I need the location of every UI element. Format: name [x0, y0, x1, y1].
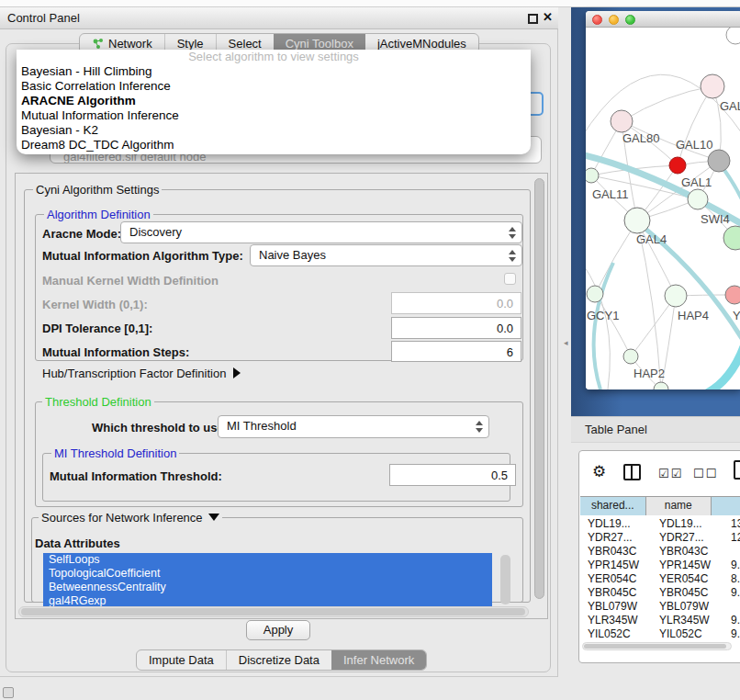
- network-node-gal4[interactable]: [624, 208, 650, 233]
- table-cell: YDR27...: [580, 531, 652, 545]
- tab-discretize-data[interactable]: Discretize Data: [226, 650, 331, 670]
- float-window-icon[interactable]: [528, 14, 538, 24]
- collapsed-arrow-icon: [233, 367, 241, 378]
- minimize-traffic-light-icon[interactable]: [609, 15, 619, 25]
- kernel-width-input[interactable]: 0.0: [391, 292, 521, 314]
- network-node[interactable]: [669, 157, 686, 174]
- node-label: GAL80: [622, 131, 659, 145]
- table-cell: YBR045C: [580, 586, 652, 600]
- dpi-tolerance-label: DPI Tolerance [0,1]:: [42, 322, 152, 335]
- mi-type-combo[interactable]: Naive Bayes: [250, 244, 522, 266]
- table-row[interactable]: YBL079WYBL079W: [579, 600, 740, 614]
- table-cell: 9.: [723, 614, 740, 627]
- aracne-mode-combo[interactable]: Discovery: [120, 221, 522, 243]
- cyni-algorithm-settings-title: Cyni Algorithm Settings: [33, 183, 162, 197]
- table-cell: YDR27...: [652, 531, 723, 545]
- network-node-gcy1[interactable]: [587, 286, 603, 302]
- apply-button[interactable]: Apply: [246, 620, 310, 640]
- table-cell: [723, 600, 740, 614]
- threshold-definition-title: Threshold Definition: [42, 395, 154, 409]
- network-canvas[interactable]: GALGAL80GAL10GAL1GAL11SWI4GAL4GCY1HAP4YH…: [586, 28, 740, 390]
- table-cell: YLR345W: [580, 614, 652, 627]
- check-all-icon[interactable]: ☑☑: [658, 467, 683, 480]
- zoom-traffic-light-icon[interactable]: [625, 15, 635, 25]
- table-cell: YDL19...: [652, 517, 723, 531]
- network-node-hap2[interactable]: [623, 349, 638, 364]
- splitter-handle[interactable]: ◂: [564, 338, 568, 347]
- split-pane-icon[interactable]: [623, 464, 641, 480]
- table-cell: YER054C: [580, 572, 652, 586]
- document-icon[interactable]: [734, 460, 740, 480]
- dpi-tolerance-input[interactable]: 0.0: [391, 317, 521, 339]
- network-node-swi4[interactable]: [723, 226, 740, 250]
- algorithm-dropdown-placeholder: Select algorithm to view settings: [17, 50, 531, 64]
- column-header[interactable]: name: [646, 497, 712, 515]
- network-node-gal10[interactable]: [708, 150, 730, 172]
- tab-infer-network[interactable]: Infer Network: [331, 650, 426, 670]
- network-window-titlebar[interactable]: [586, 11, 740, 28]
- algorithm-option[interactable]: ARACNE Algorithm: [17, 94, 531, 108]
- algorithm-option[interactable]: Bayesian - K2: [17, 123, 531, 138]
- table-row[interactable]: YPR145WYPR145W9.: [579, 559, 740, 572]
- network-node-gal[interactable]: [701, 74, 724, 98]
- table-row[interactable]: YLR345WYLR345W9.: [579, 614, 740, 627]
- algorithm-option[interactable]: Mutual Information Inference: [17, 108, 531, 123]
- table-row[interactable]: YER054CYER054C8.: [579, 572, 740, 586]
- close-traffic-light-icon[interactable]: [592, 15, 602, 25]
- settings-vertical-scrollbar[interactable]: [534, 178, 544, 599]
- attributes-list-scrollbar[interactable]: [500, 555, 510, 604]
- network-node[interactable]: [726, 28, 740, 44]
- mi-steps-input[interactable]: 6: [391, 341, 521, 362]
- table-cell: 12: [723, 531, 740, 545]
- sources-group-title-text: Sources for Network Inference: [41, 511, 203, 525]
- manual-kernel-checkbox[interactable]: [504, 273, 516, 285]
- node-label: HAP2: [633, 367, 665, 380]
- node-label: HAP4: [678, 309, 709, 322]
- network-node-gal1[interactable]: [688, 189, 708, 209]
- kernel-width-value: 0.0: [497, 297, 513, 310]
- network-node-gal11[interactable]: [586, 168, 599, 183]
- algorithm-option[interactable]: Basic Correlation Inference: [17, 79, 531, 94]
- network-node[interactable]: [654, 382, 668, 390]
- column-header[interactable]: [712, 497, 740, 515]
- table-row[interactable]: YDL19...YDL19...13: [579, 517, 740, 531]
- mi-threshold-input[interactable]: 0.5: [389, 464, 516, 486]
- hub-definition-expander[interactable]: Hub/Transcription Factor Definition: [42, 367, 241, 380]
- column-header[interactable]: shared...: [580, 497, 646, 515]
- close-icon[interactable]: ✕: [543, 10, 553, 24]
- table-horizontal-scrollbar[interactable]: [582, 642, 732, 650]
- network-node-y[interactable]: [725, 286, 740, 304]
- sources-group-title[interactable]: Sources for Network Inference: [39, 511, 222, 525]
- attribute-item[interactable]: TopologicalCoefficient: [43, 567, 492, 581]
- data-attributes-label: Data Attributes: [35, 536, 120, 550]
- network-node-hap4[interactable]: [665, 285, 687, 307]
- data-attributes-list[interactable]: SelfLoopsTopologicalCoefficientBetweenne…: [43, 553, 492, 609]
- minimized-panel-icon[interactable]: [3, 687, 14, 698]
- algorithm-dropdown-items: Bayesian - Hill ClimbingBasic Correlatio…: [17, 64, 531, 152]
- uncheck-all-icon[interactable]: ☐☐: [693, 467, 718, 480]
- tab-label: Infer Network: [343, 650, 414, 670]
- table-row[interactable]: YBR045CYBR045C9.: [579, 586, 740, 600]
- gear-icon[interactable]: ⚙: [592, 462, 606, 481]
- network-icon: [92, 38, 104, 50]
- network-node-gal80[interactable]: [611, 110, 633, 132]
- algorithm-dropdown-popup: Select algorithm to view settings Bayesi…: [17, 50, 531, 154]
- algorithm-option[interactable]: Bayesian - Hill Climbing: [17, 64, 531, 79]
- tab-impute-data[interactable]: Impute Data: [137, 650, 226, 670]
- node-label: GAL10: [676, 138, 712, 152]
- table-cell: 9.: [723, 627, 740, 641]
- node-label: GAL: [720, 99, 740, 113]
- control-panel-title: Control Panel: [7, 11, 80, 25]
- attribute-item[interactable]: BetweennessCentrality: [43, 581, 492, 594]
- table-row[interactable]: YDR27...YDR27...12: [579, 531, 740, 545]
- algorithm-option[interactable]: Dream8 DC_TDC Algorithm: [17, 138, 531, 152]
- table-panel-title: Table Panel: [585, 423, 647, 436]
- table-row[interactable]: YBR043CYBR043C: [579, 545, 740, 559]
- which-threshold-combo[interactable]: MI Threshold: [218, 415, 489, 438]
- attribute-item[interactable]: SelfLoops: [43, 553, 492, 567]
- table-header-row: shared...name: [580, 496, 740, 514]
- control-panel-bottom-tabs: Impute DataDiscretize DataInfer Network: [136, 649, 427, 671]
- table-row[interactable]: YIL052CYIL052C9.: [579, 627, 740, 641]
- node-label: GAL4: [636, 232, 667, 246]
- settings-horizontal-scrollbar[interactable]: [18, 606, 529, 617]
